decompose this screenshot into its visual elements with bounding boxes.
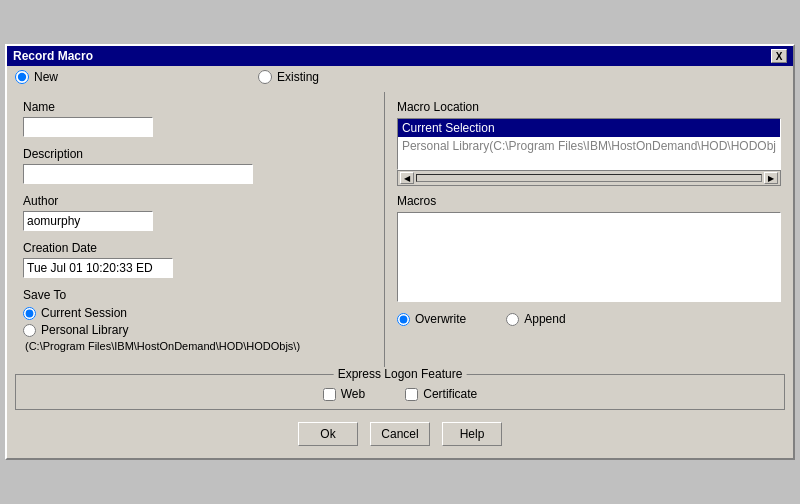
web-checkbox[interactable] <box>323 388 336 401</box>
new-radio[interactable] <box>15 70 29 84</box>
description-label: Description <box>23 147 368 161</box>
content-area: Name Description Author Creation Date Sa… <box>7 92 793 370</box>
personal-library-radio[interactable] <box>23 324 36 337</box>
new-option[interactable]: New <box>15 70 58 84</box>
overwrite-option[interactable]: Overwrite <box>397 312 466 326</box>
personal-library-label: Personal Library <box>41 323 128 337</box>
overwrite-label: Overwrite <box>415 312 466 326</box>
overwrite-radio[interactable] <box>397 313 410 326</box>
ok-button[interactable]: Ok <box>298 422 358 446</box>
author-label: Author <box>23 194 368 208</box>
certificate-option[interactable]: Certificate <box>405 387 477 401</box>
cancel-button[interactable]: Cancel <box>370 422 430 446</box>
help-button[interactable]: Help <box>442 422 502 446</box>
current-session-label: Current Session <box>41 306 127 320</box>
record-macro-dialog: Record Macro X New Existing Name Descrip… <box>5 44 795 460</box>
certificate-checkbox[interactable] <box>405 388 418 401</box>
express-logon-group: Express Logon Feature Web Certificate <box>15 374 785 410</box>
personal-library-option[interactable]: Personal Library <box>23 323 368 337</box>
left-panel: Name Description Author Creation Date Sa… <box>7 92 385 370</box>
author-group: Author <box>23 194 368 231</box>
scroll-container: ◀ ▶ <box>397 170 781 186</box>
description-input[interactable] <box>23 164 253 184</box>
close-button[interactable]: X <box>771 49 787 63</box>
express-logon-title: Express Logon Feature <box>334 367 467 381</box>
web-option[interactable]: Web <box>323 387 365 401</box>
macros-list <box>397 212 781 302</box>
location-item-personal[interactable]: Personal Library(C:\Program Files\IBM\Ho… <box>398 137 780 155</box>
name-input[interactable] <box>23 117 153 137</box>
save-to-label: Save To <box>23 288 368 302</box>
description-group: Description <box>23 147 368 184</box>
date-label: Creation Date <box>23 241 368 255</box>
date-group: Creation Date <box>23 241 368 278</box>
location-item-current[interactable]: Current Selection <box>398 119 780 137</box>
bottom-section: Express Logon Feature Web Certificate Ok… <box>7 370 793 458</box>
web-label: Web <box>341 387 365 401</box>
scroll-right-btn[interactable]: ▶ <box>764 172 778 184</box>
append-radio[interactable] <box>506 313 519 326</box>
current-session-option[interactable]: Current Session <box>23 306 368 320</box>
button-row: Ok Cancel Help <box>15 418 785 450</box>
macros-label: Macros <box>397 194 781 208</box>
dialog-title: Record Macro <box>13 49 93 63</box>
certificate-label: Certificate <box>423 387 477 401</box>
current-session-radio[interactable] <box>23 307 36 320</box>
date-input[interactable] <box>23 258 173 278</box>
scroll-left-btn[interactable]: ◀ <box>400 172 414 184</box>
append-option[interactable]: Append <box>506 312 565 326</box>
right-panel: Macro Location Current Selection Persona… <box>385 92 793 370</box>
save-to-group: Save To Current Session Personal Library… <box>23 288 368 352</box>
horizontal-scrollbar[interactable]: ◀ ▶ <box>397 170 781 186</box>
name-label: Name <box>23 100 368 114</box>
top-options: New Existing <box>7 66 793 92</box>
title-bar: Record Macro X <box>7 46 793 66</box>
existing-option[interactable]: Existing <box>258 70 319 84</box>
express-logon-options: Web Certificate <box>28 379 772 401</box>
macro-location-label: Macro Location <box>397 100 781 114</box>
overwrite-append-options: Overwrite Append <box>397 310 781 328</box>
name-group: Name <box>23 100 368 137</box>
author-input[interactable] <box>23 211 153 231</box>
existing-radio[interactable] <box>258 70 272 84</box>
append-label: Append <box>524 312 565 326</box>
location-list: Current Selection Personal Library(C:\Pr… <box>397 118 781 170</box>
personal-library-path: (C:\Program Files\IBM\HostOnDemand\HOD\H… <box>25 340 368 352</box>
